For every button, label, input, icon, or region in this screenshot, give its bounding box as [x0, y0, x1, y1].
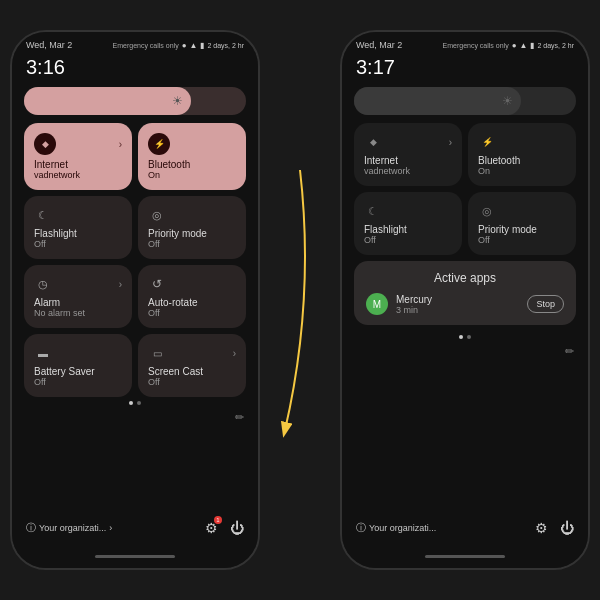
bluetooth-icon: ⚡: [148, 133, 170, 155]
settings-button-right[interactable]: ⚙: [535, 520, 548, 536]
right-dot-1: [459, 335, 463, 339]
bluetooth-label: Bluetooth: [148, 159, 236, 170]
right-priority-label: Priority mode: [478, 224, 566, 235]
info-icon-right: ⓘ: [356, 521, 366, 535]
battery-icon: ▮: [200, 41, 204, 50]
org-text-right: Your organizati...: [369, 523, 436, 533]
active-app-row: M Mercury 3 min Stop: [366, 293, 564, 315]
right-brightness-icon: ☀: [502, 94, 513, 108]
right-battery-text: 2 days, 2 hr: [537, 42, 574, 49]
tile-alarm[interactable]: ◷ › Alarm No alarm set: [24, 265, 132, 328]
alarm-chevron: ›: [119, 279, 122, 290]
left-bottom-icons: ⚙ 1 ⏻: [205, 520, 244, 536]
settings-button-left[interactable]: ⚙ 1: [205, 520, 218, 536]
left-edit-icon[interactable]: ✏: [12, 409, 258, 426]
battery-saver-icon: ▬: [34, 344, 52, 362]
left-status-right: Emergency calls only ● ▲ ▮ 2 days, 2 hr: [113, 41, 244, 50]
right-bluetooth-icon: ⚡: [478, 133, 496, 151]
power-button-right[interactable]: ⏻: [560, 520, 574, 536]
right-priority-icon: ◎: [478, 202, 496, 220]
left-phone: Wed, Mar 2 Emergency calls only ● ▲ ▮ 2 …: [10, 30, 260, 570]
right-tile-bluetooth[interactable]: ⚡ Bluetooth On: [468, 123, 576, 186]
brightness-fill: ☀: [24, 87, 191, 115]
right-bluetooth-label: Bluetooth: [478, 155, 566, 166]
right-priority-sub: Off: [478, 235, 566, 245]
org-chevron-left: ›: [109, 523, 112, 533]
annotation-arrow: [270, 150, 330, 450]
right-edit-icon[interactable]: ✏: [342, 343, 588, 360]
screencast-chevron: ›: [233, 348, 236, 359]
mercury-app-time: 3 min: [396, 305, 432, 315]
battery-text: 2 days, 2 hr: [207, 42, 244, 49]
screencast-icon: ▭: [148, 344, 166, 362]
right-home-indicator: [342, 544, 588, 568]
right-internet-chevron: ›: [449, 137, 452, 148]
power-button-left[interactable]: ⏻: [230, 520, 244, 536]
alarm-label: Alarm: [34, 297, 122, 308]
right-battery-icon: ▮: [530, 41, 534, 50]
alarm-sub: No alarm set: [34, 308, 122, 318]
brightness-slider[interactable]: ☀: [24, 87, 246, 115]
signal-icon: ●: [182, 41, 187, 50]
battery-label: Battery Saver: [34, 366, 122, 377]
arrow-container: [276, 200, 324, 400]
tile-battery[interactable]: ▬ Battery Saver Off: [24, 334, 132, 397]
right-bottom-icons: ⚙ ⏻: [535, 520, 574, 536]
org-link-left[interactable]: ⓘ Your organizati... ›: [26, 521, 112, 535]
right-wifi-icon: ▲: [520, 41, 528, 50]
mercury-app-name: Mercury: [396, 294, 432, 305]
internet-label: Internet: [34, 159, 122, 170]
right-flashlight-label: Flashlight: [364, 224, 452, 235]
autorotate-label: Auto-rotate: [148, 297, 236, 308]
priority-label: Priority mode: [148, 228, 236, 239]
settings-badge: 1: [214, 516, 222, 524]
active-app-left: M Mercury 3 min: [366, 293, 432, 315]
alarm-icon: ◷: [34, 275, 52, 293]
right-top-tiles: ◆ › Internet vadnetwork ⚡ Bluetooth: [342, 123, 588, 255]
tile-priority[interactable]: ◎ Priority mode Off: [138, 196, 246, 259]
right-time: 3:17: [342, 54, 588, 83]
left-dots: [12, 397, 258, 409]
org-text-left: Your organizati...: [39, 523, 106, 533]
right-flashlight-icon: ☾: [364, 202, 382, 220]
left-home-indicator: [12, 544, 258, 568]
autorotate-icon: ↺: [148, 275, 166, 293]
tile-bluetooth[interactable]: ⚡ Bluetooth On: [138, 123, 246, 190]
dot-2: [137, 401, 141, 405]
right-dots: [342, 331, 588, 343]
left-time: 3:16: [12, 54, 258, 83]
right-tile-priority[interactable]: ◎ Priority mode Off: [468, 192, 576, 255]
stop-button[interactable]: Stop: [527, 295, 564, 313]
left-status-bar: Wed, Mar 2 Emergency calls only ● ▲ ▮ 2 …: [12, 32, 258, 54]
right-tile-flashlight[interactable]: ☾ Flashlight Off: [354, 192, 462, 255]
tile-internet[interactable]: ◆ › Internet vadnetwork: [24, 123, 132, 190]
right-signal-icon: ●: [512, 41, 517, 50]
bluetooth-sub: On: [148, 170, 236, 180]
left-bottom-bar: ⓘ Your organizati... › ⚙ 1 ⏻: [12, 512, 258, 544]
screencast-label: Screen Cast: [148, 366, 236, 377]
flashlight-sub: Off: [34, 239, 122, 249]
screencast-sub: Off: [148, 377, 236, 387]
right-status-bar: Wed, Mar 2 Emergency calls only ● ▲ ▮ 2 …: [342, 32, 588, 54]
right-brightness-row[interactable]: ☀: [342, 83, 588, 123]
info-icon-left: ⓘ: [26, 521, 36, 535]
right-phone: Wed, Mar 2 Emergency calls only ● ▲ ▮ 2 …: [340, 30, 590, 570]
tile-screencast[interactable]: ▭ › Screen Cast Off: [138, 334, 246, 397]
org-link-right[interactable]: ⓘ Your organizati...: [356, 521, 436, 535]
right-status-right: Emergency calls only ● ▲ ▮ 2 days, 2 hr: [443, 41, 574, 50]
priority-sub: Off: [148, 239, 236, 249]
tile-autorotate[interactable]: ↺ Auto-rotate Off: [138, 265, 246, 328]
left-home-bar: [95, 555, 175, 558]
tile-flashlight[interactable]: ☾ Flashlight Off: [24, 196, 132, 259]
right-home-bar: [425, 555, 505, 558]
right-tile-internet[interactable]: ◆ › Internet vadnetwork: [354, 123, 462, 186]
right-brightness-slider[interactable]: ☀: [354, 87, 576, 115]
dot-1: [129, 401, 133, 405]
left-brightness-row[interactable]: ☀: [12, 83, 258, 123]
flashlight-label: Flashlight: [34, 228, 122, 239]
active-apps-title: Active apps: [366, 271, 564, 285]
right-emergency-text: Emergency calls only: [443, 42, 509, 49]
emergency-text: Emergency calls only: [113, 42, 179, 49]
flashlight-icon: ☾: [34, 206, 52, 224]
right-internet-icon: ◆: [364, 133, 382, 151]
